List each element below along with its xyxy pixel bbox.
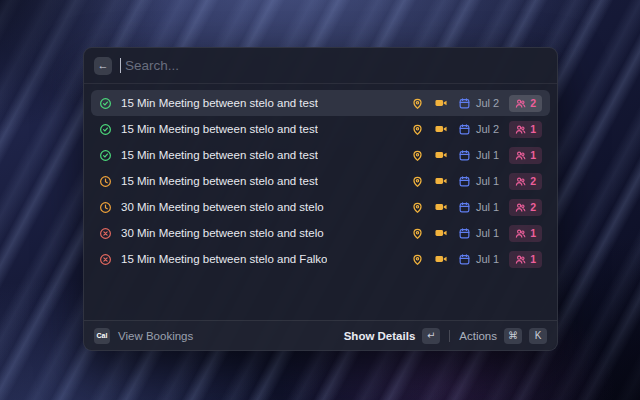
booking-date: Jul 2 [476, 97, 499, 109]
video-icon [434, 252, 448, 266]
show-details-button[interactable]: Show Details [344, 330, 416, 342]
attendee-count: 1 [530, 253, 536, 265]
attendee-count: 2 [530, 175, 536, 187]
back-button[interactable]: ← [94, 57, 112, 75]
status-pending-icon [99, 175, 112, 188]
booking-row[interactable]: 30 Min Meeting between stelo and stelo J… [91, 194, 550, 220]
status-accepted-icon [99, 123, 112, 136]
calendar-icon [458, 123, 471, 136]
attendees-badge: 1 [509, 147, 542, 164]
search-bar: ← [84, 48, 557, 84]
footer-bar: Cal View Bookings Show Details ↵ Actions… [84, 320, 557, 350]
video-icon [434, 174, 448, 188]
attendee-count: 1 [530, 123, 536, 135]
attendee-count: 1 [530, 227, 536, 239]
attendees-badge: 2 [509, 173, 542, 190]
video-icon [434, 200, 448, 214]
booking-date: Jul 1 [476, 253, 499, 265]
attendees-badge: 1 [509, 121, 542, 138]
back-arrow-icon: ← [98, 60, 109, 71]
attendees-icon [515, 254, 526, 265]
status-cancelled-icon [99, 227, 112, 240]
video-icon [434, 148, 448, 162]
booking-title: 15 Min Meeting between stelo and test [121, 97, 318, 109]
calendar-icon [458, 253, 471, 266]
attendees-icon [515, 98, 526, 109]
booking-date: Jul 2 [476, 123, 499, 135]
booking-title: 15 Min Meeting between stelo and test [121, 149, 318, 161]
footer-divider [449, 330, 450, 342]
booking-title: 30 Min Meeting between stelo and stelo [121, 227, 324, 239]
location-icon [411, 149, 424, 162]
location-icon [411, 253, 424, 266]
booking-date: Jul 1 [476, 175, 499, 187]
location-icon [411, 175, 424, 188]
return-key-icon[interactable]: ↵ [422, 328, 440, 344]
location-icon [411, 97, 424, 110]
command-palette-window: ← 15 Min Meeting between stelo and test [83, 47, 558, 351]
k-key-icon[interactable]: K [529, 328, 547, 344]
attendees-badge: 1 [509, 251, 542, 268]
calendar-icon [458, 201, 471, 214]
video-icon [434, 226, 448, 240]
video-icon [434, 96, 448, 110]
booking-title: 15 Min Meeting between stelo and test [121, 175, 318, 187]
booking-date: Jul 1 [476, 149, 499, 161]
booking-title: 15 Min Meeting between stelo and test [121, 123, 318, 135]
booking-row[interactable]: 15 Min Meeting between stelo and test Ju… [91, 116, 550, 142]
attendee-count: 1 [530, 149, 536, 161]
attendees-icon [515, 176, 526, 187]
actions-button[interactable]: Actions [459, 330, 497, 342]
attendee-count: 2 [530, 201, 536, 213]
calendar-icon [458, 175, 471, 188]
view-bookings-label: View Bookings [118, 330, 193, 342]
attendees-icon [515, 202, 526, 213]
booking-title: 15 Min Meeting between stelo and Falko [121, 253, 327, 265]
booking-row[interactable]: 15 Min Meeting between stelo and test Ju… [91, 142, 550, 168]
calendar-icon [458, 227, 471, 240]
attendees-icon [515, 228, 526, 239]
location-icon [411, 227, 424, 240]
booking-date: Jul 1 [476, 227, 499, 239]
booking-row[interactable]: 15 Min Meeting between stelo and test Ju… [91, 90, 550, 116]
booking-title: 30 Min Meeting between stelo and stelo [121, 201, 324, 213]
cal-logo-icon: Cal [94, 328, 110, 344]
booking-row[interactable]: 15 Min Meeting between stelo and test Ju… [91, 168, 550, 194]
command-key-icon[interactable]: ⌘ [504, 328, 522, 344]
video-icon [434, 122, 448, 136]
calendar-icon [458, 149, 471, 162]
attendees-badge: 2 [509, 95, 542, 112]
status-accepted-icon [99, 97, 112, 110]
attendees-icon [515, 150, 526, 161]
calendar-icon [458, 97, 471, 110]
bookings-list: 15 Min Meeting between stelo and test Ju… [84, 85, 557, 320]
location-icon [411, 123, 424, 136]
booking-row[interactable]: 15 Min Meeting between stelo and Falko J… [91, 246, 550, 272]
footer-actions: Show Details ↵ Actions ⌘ K [344, 328, 547, 344]
status-accepted-icon [99, 149, 112, 162]
status-pending-icon [99, 201, 112, 214]
booking-row[interactable]: 30 Min Meeting between stelo and stelo J… [91, 220, 550, 246]
status-cancelled-icon [99, 253, 112, 266]
text-caret [120, 58, 121, 73]
booking-date: Jul 1 [476, 201, 499, 213]
attendees-icon [515, 124, 526, 135]
attendees-badge: 1 [509, 225, 542, 242]
location-icon [411, 201, 424, 214]
attendee-count: 2 [530, 97, 536, 109]
search-input[interactable] [125, 58, 547, 73]
attendees-badge: 2 [509, 199, 542, 216]
